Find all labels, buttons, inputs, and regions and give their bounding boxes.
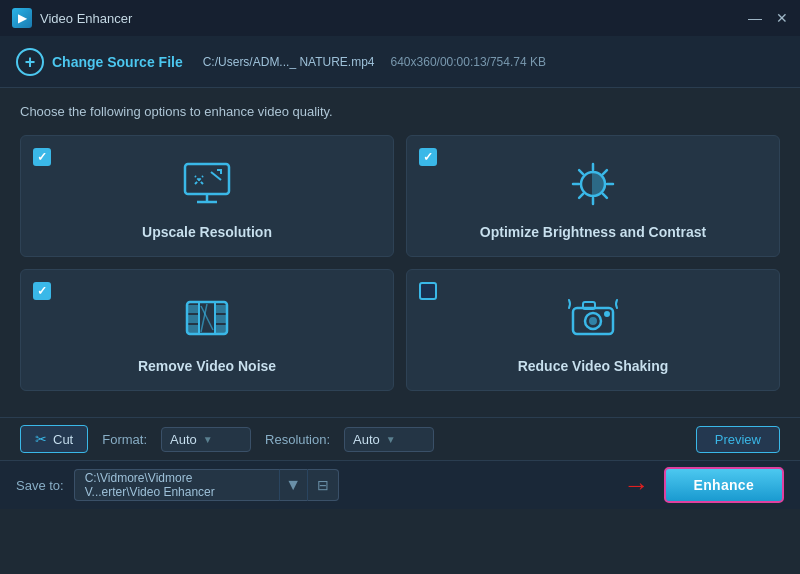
svg-rect-11 bbox=[187, 316, 199, 322]
upscale-icon-wrap bbox=[177, 154, 237, 214]
cut-label: Cut bbox=[53, 432, 73, 447]
noise-icon-wrap bbox=[177, 288, 237, 348]
app-icon: ▶ bbox=[12, 8, 32, 28]
shaking-label: Reduce Video Shaking bbox=[518, 358, 669, 374]
checkbox-shaking[interactable] bbox=[419, 282, 437, 300]
shaking-icon-wrap bbox=[563, 288, 623, 348]
film-icon bbox=[179, 290, 235, 346]
preview-button[interactable]: Preview bbox=[696, 426, 780, 453]
svg-rect-15 bbox=[215, 326, 227, 332]
format-label: Format: bbox=[102, 432, 147, 447]
svg-rect-13 bbox=[215, 306, 227, 312]
format-select[interactable]: Auto ▼ bbox=[161, 427, 251, 452]
main-description: Choose the following options to enhance … bbox=[20, 104, 780, 119]
monitor-icon bbox=[179, 156, 235, 212]
brightness-icon bbox=[565, 156, 621, 212]
title-bar-controls: — ✕ bbox=[748, 11, 788, 25]
file-path: C:/Users/ADM..._ NATURE.mp4 bbox=[203, 55, 375, 69]
checkbox-upscale[interactable] bbox=[33, 148, 51, 166]
svg-rect-14 bbox=[215, 316, 227, 322]
save-path-box: C:\Vidmore\Vidmore V...erter\Video Enhan… bbox=[74, 469, 339, 501]
source-bar: + Change Source File C:/Users/ADM..._ NA… bbox=[0, 36, 800, 88]
app-title: Video Enhancer bbox=[40, 11, 132, 26]
svg-line-5 bbox=[211, 172, 221, 180]
resolution-select[interactable]: Auto ▼ bbox=[344, 427, 434, 452]
noise-label: Remove Video Noise bbox=[138, 358, 276, 374]
save-path-folder-button[interactable]: ⊟ bbox=[307, 469, 339, 501]
resolution-value: Auto bbox=[353, 432, 380, 447]
scissors-icon: ✂ bbox=[35, 431, 47, 447]
checkbox-brightness[interactable] bbox=[419, 148, 437, 166]
svg-rect-12 bbox=[187, 326, 199, 332]
change-source-button[interactable]: + Change Source File bbox=[16, 48, 183, 76]
file-meta: 640x360/00:00:13/754.74 KB bbox=[391, 55, 546, 69]
brightness-label: Optimize Brightness and Contrast bbox=[480, 224, 706, 240]
options-grid: Upscale Resolution bbox=[20, 135, 780, 391]
save-path-dropdown-arrow[interactable]: ▼ bbox=[279, 469, 307, 501]
arrow-right-icon: → bbox=[624, 470, 650, 501]
upscale-label: Upscale Resolution bbox=[142, 224, 272, 240]
add-source-icon: + bbox=[16, 48, 44, 76]
resolution-dropdown-arrow: ▼ bbox=[386, 434, 396, 445]
checkbox-noise[interactable] bbox=[33, 282, 51, 300]
change-source-label: Change Source File bbox=[52, 54, 183, 70]
option-card-shaking: Reduce Video Shaking bbox=[406, 269, 780, 391]
svg-point-22 bbox=[605, 312, 609, 316]
svg-rect-0 bbox=[185, 164, 229, 194]
option-card-upscale: Upscale Resolution bbox=[20, 135, 394, 257]
svg-rect-10 bbox=[187, 306, 199, 312]
title-bar-left: ▶ Video Enhancer bbox=[12, 8, 132, 28]
brightness-icon-wrap bbox=[563, 154, 623, 214]
file-info: C:/Users/ADM..._ NATURE.mp4 640x360/00:0… bbox=[203, 55, 546, 69]
camera-icon bbox=[565, 290, 621, 346]
save-path-display[interactable]: C:\Vidmore\Vidmore V...erter\Video Enhan… bbox=[74, 469, 279, 501]
svg-point-21 bbox=[590, 318, 596, 324]
resolution-label: Resolution: bbox=[265, 432, 330, 447]
bottom-toolbar: ✂ Cut Format: Auto ▼ Resolution: Auto ▼ … bbox=[0, 417, 800, 461]
enhance-button[interactable]: Enhance bbox=[664, 467, 784, 503]
main-content: Choose the following options to enhance … bbox=[0, 88, 800, 417]
cut-button[interactable]: ✂ Cut bbox=[20, 425, 88, 453]
title-bar: ▶ Video Enhancer — ✕ bbox=[0, 0, 800, 36]
format-value: Auto bbox=[170, 432, 197, 447]
format-dropdown-arrow: ▼ bbox=[203, 434, 213, 445]
save-to-label: Save to: bbox=[16, 478, 64, 493]
close-button[interactable]: ✕ bbox=[776, 11, 788, 25]
footer: Save to: C:\Vidmore\Vidmore V...erter\Vi… bbox=[0, 461, 800, 509]
option-card-noise: Remove Video Noise bbox=[20, 269, 394, 391]
minimize-button[interactable]: — bbox=[748, 11, 762, 25]
option-card-brightness: Optimize Brightness and Contrast bbox=[406, 135, 780, 257]
